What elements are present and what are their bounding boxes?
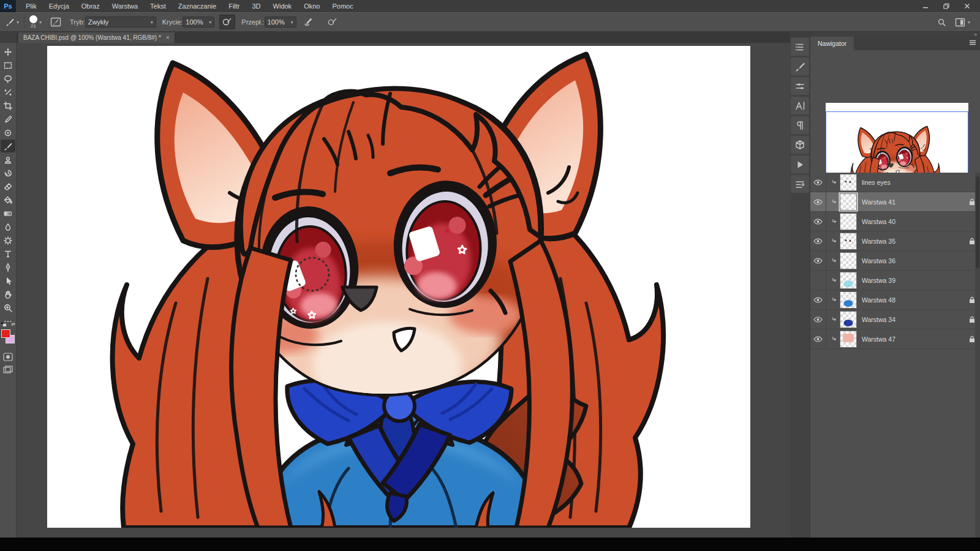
- zoom-tool[interactable]: [1, 301, 15, 314]
- pressure-size-button[interactable]: [325, 15, 341, 29]
- layers-scrollbar[interactable]: [975, 173, 980, 538]
- layer-name[interactable]: Warstwa 36: [862, 257, 964, 264]
- layer-thumbnail[interactable]: [840, 291, 857, 309]
- panel-button-3d[interactable]: [791, 136, 809, 154]
- layer-name[interactable]: Warstwa 41: [862, 198, 964, 206]
- layer-name[interactable]: Warstwa 47: [862, 335, 964, 343]
- healing-brush-tool[interactable]: [1, 126, 15, 139]
- gradient-tool[interactable]: [1, 207, 15, 220]
- blend-mode-select[interactable]: Zwykły ▾: [85, 17, 156, 28]
- clone-stamp-tool[interactable]: [1, 153, 15, 166]
- menu-okno[interactable]: Okno: [298, 0, 326, 12]
- layer-name[interactable]: Warstwa 39: [862, 277, 964, 284]
- layer-thumbnail[interactable]: [840, 213, 857, 230]
- visibility-eye-icon[interactable]: [810, 192, 826, 211]
- layer-row-warstwa-40[interactable]: Warstwa 40: [810, 212, 980, 231]
- close-button[interactable]: [958, 1, 976, 12]
- pen-tool[interactable]: [1, 261, 15, 274]
- panel-button-brush-settings[interactable]: [791, 58, 809, 75]
- layer-name[interactable]: Warstwa 40: [862, 218, 964, 225]
- layer-thumbnail[interactable]: [840, 311, 857, 328]
- eyedropper-tool[interactable]: [1, 113, 15, 126]
- layer-row-warstwa-35[interactable]: Warstwa 35: [810, 231, 980, 251]
- swap-colors-icon[interactable]: ⇄: [11, 321, 15, 327]
- minimize-button[interactable]: [916, 1, 935, 12]
- layer-row-warstwa-47[interactable]: Warstwa 47: [810, 329, 980, 349]
- scrollbar-thumb[interactable]: [976, 176, 979, 268]
- canvas[interactable]: [47, 46, 750, 528]
- rectangular-marquee-tool[interactable]: [1, 59, 15, 72]
- visibility-eye-icon-off[interactable]: [810, 271, 826, 290]
- menu-edycja[interactable]: Edycja: [43, 0, 75, 12]
- tab-navigator[interactable]: Nawigator: [810, 37, 854, 50]
- layer-name[interactable]: lines eyes: [862, 179, 964, 186]
- layer-name[interactable]: Warstwa 48: [862, 296, 964, 304]
- airbrush-button[interactable]: [300, 15, 316, 29]
- panel-menu-icon[interactable]: [969, 40, 976, 45]
- layer-thumbnail[interactable]: [840, 233, 857, 250]
- menu-plik[interactable]: Plik: [20, 0, 43, 12]
- toggle-brush-panel-button[interactable]: [48, 15, 64, 29]
- menu-widok[interactable]: Widok: [267, 0, 298, 12]
- restore-button[interactable]: [937, 1, 956, 12]
- document-tab[interactable]: BAZA CHIBI.psd @ 100% (Warstwa 41, RGB/8…: [18, 32, 175, 43]
- magic-wand-tool[interactable]: [1, 86, 15, 99]
- visibility-eye-icon[interactable]: [810, 310, 826, 329]
- workspace-switcher[interactable]: ▾: [955, 18, 970, 27]
- move-tool[interactable]: [1, 45, 15, 58]
- layer-row-warstwa-48[interactable]: Warstwa 48: [810, 290, 980, 310]
- panel-button-history[interactable]: [791, 38, 809, 56]
- menu-zaznaczanie[interactable]: Zaznaczanie: [172, 0, 222, 12]
- layer-row-lines-eyes[interactable]: lines eyes: [810, 173, 980, 192]
- layer-row-warstwa-41[interactable]: Warstwa 41: [810, 192, 980, 212]
- visibility-eye-icon[interactable]: [810, 329, 826, 348]
- flow-select[interactable]: 100% ▾: [265, 17, 296, 28]
- layer-thumbnail[interactable]: [840, 272, 857, 289]
- quick-mask-button[interactable]: [1, 350, 15, 363]
- brush-tool[interactable]: [1, 140, 15, 152]
- panel-button-paragraph[interactable]: [791, 116, 809, 134]
- visibility-eye-icon[interactable]: [810, 173, 826, 192]
- visibility-eye-icon[interactable]: [810, 231, 826, 250]
- opacity-select[interactable]: 100% ▾: [183, 17, 214, 28]
- layer-name[interactable]: Warstwa 34: [862, 316, 964, 323]
- lasso-tool[interactable]: [1, 72, 15, 85]
- panel-button-character[interactable]: [791, 97, 809, 114]
- menu-3d[interactable]: 3D: [246, 0, 267, 12]
- menu-pomoc[interactable]: Pomoc: [326, 0, 359, 12]
- tool-preset[interactable]: ▾: [5, 17, 19, 27]
- brush-preset-picker[interactable]: 21 ▾: [29, 15, 42, 29]
- search-icon[interactable]: [937, 18, 946, 27]
- panel-button-properties[interactable]: [791, 77, 809, 95]
- layer-thumbnail[interactable]: [840, 193, 857, 211]
- panel-button-timeline[interactable]: [791, 175, 809, 193]
- hand-tool[interactable]: [1, 288, 15, 301]
- eraser-tool[interactable]: [1, 180, 15, 193]
- layer-name[interactable]: Warstwa 35: [862, 238, 964, 245]
- pressure-opacity-button[interactable]: [219, 15, 235, 29]
- dodge-tool[interactable]: [1, 234, 15, 247]
- default-colors-icon[interactable]: [1, 322, 7, 327]
- menu-filtr[interactable]: Filtr: [222, 0, 246, 12]
- layer-row-warstwa-36[interactable]: Warstwa 36: [810, 251, 980, 271]
- layer-thumbnail[interactable]: [840, 174, 857, 191]
- history-brush-tool[interactable]: [1, 167, 15, 179]
- foreground-color-swatch[interactable]: [1, 329, 10, 338]
- panel-button-actions[interactable]: [791, 156, 809, 173]
- layer-row-warstwa-34[interactable]: Warstwa 34: [810, 310, 980, 329]
- canvas-area[interactable]: [17, 43, 790, 538]
- paint-bucket-tool[interactable]: [1, 193, 15, 206]
- menu-tekst[interactable]: Tekst: [144, 0, 172, 12]
- menu-warstwa[interactable]: Warstwa: [106, 0, 144, 12]
- visibility-eye-icon[interactable]: [810, 212, 826, 231]
- layer-row-warstwa-39[interactable]: Warstwa 39: [810, 271, 980, 290]
- type-tool[interactable]: [1, 247, 15, 260]
- menu-obraz[interactable]: Obraz: [75, 0, 106, 12]
- close-tab-icon[interactable]: ×: [166, 34, 170, 41]
- screen-mode-button[interactable]: [1, 363, 15, 376]
- path-selection-tool[interactable]: [1, 274, 15, 287]
- layer-thumbnail[interactable]: [840, 331, 857, 348]
- blur-tool[interactable]: [1, 220, 15, 233]
- visibility-eye-icon[interactable]: [810, 251, 826, 270]
- crop-tool[interactable]: [1, 99, 15, 112]
